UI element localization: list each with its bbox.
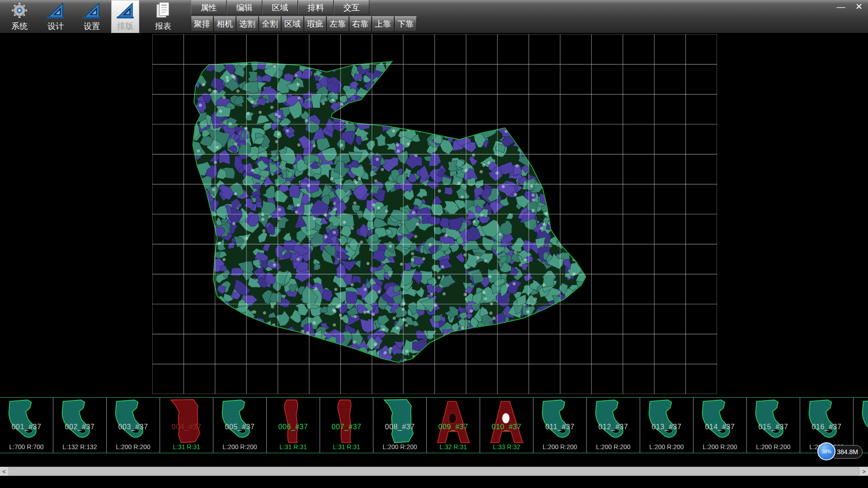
nesting-canvas[interactable]	[0, 33, 868, 397]
part-lr-count: L:31 R:31	[160, 443, 213, 450]
action-button-右靠[interactable]: 右靠	[349, 16, 372, 32]
menu-tab-排料[interactable]: 排料	[298, 0, 334, 15]
action-button-选割[interactable]: 选割	[236, 16, 259, 32]
part-lr-count: L:31 R:31	[320, 443, 373, 450]
part-shape	[856, 399, 868, 446]
sail-icon	[82, 1, 101, 20]
toolbar-label: 排版	[117, 21, 133, 32]
action-button-全割[interactable]: 全割	[259, 16, 281, 32]
part-thumbnail-009_#37[interactable]: 009_#37L:32 R:31	[427, 398, 480, 453]
scroll-left-icon[interactable]: <	[0, 467, 8, 476]
part-id-label: 014_#37	[693, 423, 746, 431]
part-id-label: 016_#37	[800, 423, 853, 431]
menu-tab-区域[interactable]: 区域	[262, 0, 298, 15]
scroll-right-icon[interactable]: >	[860, 467, 868, 476]
part-id-label: 012_#37	[587, 423, 640, 431]
toolbar-design-button[interactable]: 设计	[42, 0, 70, 33]
part-shape	[3, 399, 51, 446]
part-shape	[750, 399, 797, 446]
part-thumbnail-007_#37[interactable]: 007_#37L:31 R:31	[320, 398, 373, 453]
part-id-label: 010_#37	[480, 423, 533, 431]
part-lr-count: L:200 R:200	[747, 443, 800, 450]
toolbar-report-button[interactable]: 报表	[149, 0, 177, 33]
part-id-label: 001_#37	[0, 423, 53, 431]
part-shape	[216, 399, 264, 446]
part-id-label: 003_#37	[107, 423, 160, 431]
work-area	[152, 34, 717, 394]
part-id-label: 006_#37	[267, 423, 320, 431]
action-button-瑕疵[interactable]: 瑕疵	[304, 16, 326, 32]
toolbar-layout-button[interactable]: 排版	[111, 0, 139, 33]
part-id-label: 013_#37	[640, 423, 693, 431]
action-button-聚排[interactable]: 聚排	[191, 16, 213, 32]
part-lr-count: L:200 R:200	[373, 443, 426, 450]
part-shape	[590, 399, 637, 446]
sail-icon	[46, 1, 65, 20]
toolbar-label: 设计	[47, 21, 64, 32]
part-thumbnail-005_#37[interactable]: 005_#37L:200 R:200	[213, 398, 267, 453]
part-lr-count: L:200 R:200	[213, 443, 266, 450]
part-thumbnail-001_#37[interactable]: 001_#37L:700 R:700	[0, 398, 53, 453]
part-lr-count: L:200 R:200	[587, 443, 640, 450]
part-thumbnail-003_#37[interactable]: 003_#37L:200 R:200	[107, 398, 160, 453]
progress-value: 38%	[821, 449, 831, 454]
scrollbar-thumb[interactable]	[9, 467, 859, 475]
action-button-区域[interactable]: 区域	[281, 16, 304, 32]
action-button-相机[interactable]: 相机	[213, 16, 236, 32]
part-thumbnail-014_#37[interactable]: 014_#37L:200 R:200	[693, 398, 747, 453]
toolbar-system-button[interactable]: 系统	[5, 0, 33, 33]
part-thumbnail-006_#37[interactable]: 006_#37L:31 R:31	[267, 398, 320, 453]
action-button-下靠[interactable]: 下靠	[394, 16, 417, 32]
part-thumbnail-015_#37[interactable]: 015_#37L:200 R:200	[747, 398, 800, 453]
toolbar-label: 报表	[155, 21, 171, 32]
part-thumbnail-011_#37[interactable]: 011_#37L:200 R:200	[533, 398, 587, 453]
part-shape	[536, 399, 584, 446]
memory-value: 384.8M	[837, 448, 858, 455]
part-lr-count: L:200 R:200	[107, 443, 160, 450]
sail-icon	[116, 1, 135, 20]
part-thumbnail-012_#37[interactable]: 012_#37L:200 R:200	[587, 398, 640, 453]
part-shape	[483, 399, 531, 446]
part-thumbnail-008_#37[interactable]: 008_#37L:200 R:200	[373, 398, 427, 453]
part-id-label: 009_#37	[427, 423, 480, 431]
report-icon	[154, 1, 173, 20]
part-id-label: 002_#37	[53, 423, 106, 431]
part-thumbnail-cell-17[interactable]	[854, 398, 868, 453]
part-shape	[803, 399, 851, 446]
part-lr-count: L:33 R:32	[480, 443, 533, 450]
action-button-左靠[interactable]: 左靠	[326, 16, 349, 32]
part-lr-count: L:200 R:200	[533, 443, 586, 450]
part-shape	[376, 399, 424, 446]
part-id-label: 015_#37	[747, 423, 800, 431]
titlebar: 系统设计设置排版报表 属性编辑区域排料交互 聚排相机选割全割区域瑕疵左靠右靠上靠…	[0, 0, 868, 33]
toolbar-label: 设置	[84, 21, 100, 32]
action-button-row: 聚排相机选割全割区域瑕疵左靠右靠上靠下靠	[191, 16, 417, 32]
part-shape	[696, 399, 744, 446]
gear-icon	[10, 1, 29, 20]
part-shape	[323, 399, 371, 446]
menu-tab-交互[interactable]: 交互	[334, 0, 369, 15]
part-thumbnail-004_#37[interactable]: 004_#37L:31 R:31	[160, 398, 213, 453]
part-lr-count: L:31 R:31	[267, 443, 320, 450]
part-id-label: 004_#37	[160, 423, 213, 431]
part-lr-count: L:700 R:700	[0, 443, 53, 450]
minimize-button[interactable]: —	[835, 2, 846, 12]
window-controls: — ✕	[835, 2, 864, 12]
menu-tab-编辑[interactable]: 编辑	[226, 0, 262, 15]
toolbar-setup-button[interactable]: 设置	[78, 0, 106, 33]
part-thumbnail-013_#37[interactable]: 013_#37L:200 R:200	[640, 398, 693, 453]
part-shape	[163, 399, 211, 446]
menu-tab-属性[interactable]: 属性	[191, 0, 226, 15]
part-shape	[109, 399, 157, 446]
menu-tab-row: 属性编辑区域排料交互	[191, 0, 369, 15]
part-lr-count: L:200 R:200	[693, 443, 746, 450]
action-button-上靠[interactable]: 上靠	[372, 16, 394, 32]
horizontal-scrollbar[interactable]: < >	[0, 467, 868, 476]
part-shape	[643, 399, 691, 446]
part-lr-count: L:32 R:31	[427, 443, 480, 450]
close-button[interactable]: ✕	[854, 2, 864, 12]
part-thumbnail-002_#37[interactable]: 002_#37L:132 R:132	[53, 398, 107, 453]
part-id-label: 007_#37	[320, 423, 373, 431]
part-thumbnail-010_#37[interactable]: 010_#37L:33 R:32	[480, 398, 533, 453]
part-id-label: 005_#37	[213, 423, 266, 431]
